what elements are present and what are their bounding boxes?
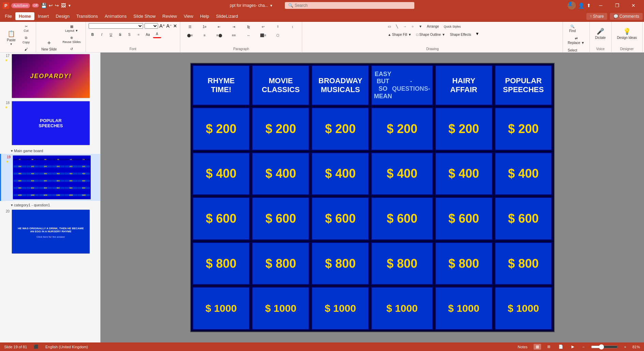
cell-1-1[interactable]: $ 200 <box>192 107 250 151</box>
search-input[interactable] <box>295 3 411 8</box>
save-icon[interactable]: 💾 <box>41 3 47 8</box>
design-ideas-button[interactable]: 💡 Design Ideas <box>614 23 640 44</box>
quick-styles-button[interactable]: Quick Styles <box>442 23 463 30</box>
share-button[interactable]: ↑ Share <box>586 13 607 20</box>
shape-effects-button[interactable]: Shape Effects <box>448 31 473 38</box>
underline-button[interactable]: U <box>107 31 115 38</box>
align-right-button[interactable]: ≡⬤ <box>212 32 226 39</box>
zoom-plus[interactable]: + <box>622 344 628 350</box>
menu-review[interactable]: Review <box>159 12 181 20</box>
italic-button[interactable]: I <box>98 31 106 38</box>
select-button[interactable]: Select <box>566 47 579 53</box>
font-shrink-icon[interactable]: A⁻ <box>166 23 172 29</box>
cell-1-6[interactable]: $ 200 <box>494 107 553 151</box>
bullets-button[interactable]: ☰ <box>183 23 197 30</box>
align-text-button[interactable]: ⬛≡ <box>256 32 270 39</box>
copy-button[interactable]: ⧉Copy <box>19 34 33 45</box>
category-header-5[interactable]: HAIRYAFFAIR <box>435 65 493 106</box>
justify-button[interactable]: ≡≡ <box>227 32 241 39</box>
shadow-button[interactable]: S <box>125 31 134 38</box>
restore-button[interactable]: ❐ <box>609 0 625 11</box>
cell-3-3[interactable]: $ 600 <box>311 197 369 240</box>
numbering-button[interactable]: 1≡ <box>198 23 211 30</box>
line-shape[interactable]: ╲ <box>394 23 400 30</box>
close-button[interactable]: ✕ <box>626 0 641 11</box>
menu-animations[interactable]: Animations <box>101 12 130 20</box>
profile-icon[interactable]: 👤 <box>578 2 585 9</box>
menu-home[interactable]: Home <box>15 12 34 20</box>
minimize-button[interactable]: ─ <box>593 0 609 11</box>
cell-5-2[interactable]: $ 1000 <box>251 287 310 330</box>
font-grow-icon[interactable]: A⁺ <box>159 23 165 29</box>
cell-2-3[interactable]: $ 400 <box>311 152 369 196</box>
smartart-convert-button[interactable]: ⬡ <box>271 32 285 39</box>
slide-item-19[interactable]: 19 ★ RT MC BM EB HA PS 200 200 200 200 2… <box>0 154 100 201</box>
cell-5-6[interactable]: $ 1000 <box>494 287 553 330</box>
menu-design[interactable]: Design <box>52 12 73 20</box>
cell-5-4[interactable]: $ 1000 <box>371 287 433 330</box>
rect-shape[interactable]: ▭ <box>386 23 393 30</box>
arrange-button[interactable]: Arrange <box>425 23 441 30</box>
cell-5-3[interactable]: $ 1000 <box>311 287 369 330</box>
cell-1-2[interactable]: $ 200 <box>251 107 310 151</box>
font-size-select[interactable] <box>144 23 158 29</box>
slide-sorter-button[interactable]: ⊞ <box>545 344 552 350</box>
paste-dropdown[interactable]: ▼ <box>10 43 13 46</box>
rtl-button[interactable]: ↩ <box>256 23 270 30</box>
strikethrough-button[interactable]: S <box>116 31 124 38</box>
category-header-4[interactable]: EASY BUTSO MEAN-QUESTIONS- <box>371 65 433 106</box>
text-spacing-button[interactable]: ≈ <box>135 31 143 38</box>
more-shapes[interactable]: ▼ <box>417 23 424 30</box>
search-bar[interactable]: 🔍 <box>285 2 414 9</box>
line-spacing-button[interactable]: ↕ <box>286 23 299 30</box>
slide-item-20[interactable]: 20 ★ HE WAS ORIGINALLY A DRINK, THEN HE … <box>0 208 100 255</box>
normal-view-button[interactable]: ▦ <box>534 344 541 350</box>
cell-3-2[interactable]: $ 600 <box>251 197 310 240</box>
cell-4-6[interactable]: $ 800 <box>494 242 553 286</box>
title-dropdown[interactable]: ▼ <box>270 4 273 8</box>
cell-2-6[interactable]: $ 400 <box>494 152 553 196</box>
cell-4-3[interactable]: $ 800 <box>311 242 369 286</box>
autosave-toggle[interactable]: Off <box>32 3 39 8</box>
shape-outline-button[interactable]: □ Shape Outline ▼ <box>414 31 447 38</box>
menu-insert[interactable]: Insert <box>34 12 52 20</box>
menu-slidelizard[interactable]: SlideLizard <box>213 12 241 20</box>
cell-2-1[interactable]: $ 400 <box>192 152 250 196</box>
cell-5-5[interactable]: $ 1000 <box>435 287 493 330</box>
category-header-2[interactable]: MOVIECLASSICS <box>251 65 310 106</box>
dropdown-arrow[interactable]: ▼ <box>68 4 71 8</box>
oval-shape[interactable]: ○ <box>409 23 416 30</box>
clear-format-icon[interactable]: ✕ <box>173 23 177 29</box>
slide-item-17[interactable]: 17 ★ JEOPARDY! <box>0 53 100 100</box>
zoom-slider[interactable] <box>591 344 618 350</box>
dictate-button[interactable]: 🎤 Dictate <box>593 23 609 44</box>
cell-3-4[interactable]: $ 600 <box>371 197 433 240</box>
menu-help[interactable]: Help <box>197 12 213 20</box>
arrow-shape[interactable]: → <box>401 23 409 30</box>
cell-2-2[interactable]: $ 400 <box>251 152 310 196</box>
cell-3-1[interactable]: $ 600 <box>192 197 250 240</box>
answer-link-20[interactable]: Click here for the answer <box>36 236 65 238</box>
menu-slideshow[interactable]: Slide Show <box>130 12 159 20</box>
cell-1-4[interactable]: $ 200 <box>371 107 433 151</box>
notes-button[interactable]: Notes <box>516 344 530 350</box>
category-header-6[interactable]: POPULARSPEECHES <box>494 65 553 106</box>
align-center-button[interactable]: ≡ <box>198 32 211 39</box>
shape-fill-button[interactable]: ▲ Shape Fill ▼ <box>386 31 414 38</box>
smart-art-button[interactable]: ⧎ <box>242 23 255 30</box>
cell-3-5[interactable]: $ 600 <box>435 197 493 240</box>
redo-icon[interactable]: ↪ <box>55 3 59 8</box>
cell-4-1[interactable]: $ 800 <box>192 242 250 286</box>
font-color-button[interactable]: A <box>153 31 161 38</box>
align-left-button[interactable]: ⬤≡ <box>183 32 197 39</box>
find-button[interactable]: 🔍 Find <box>566 23 579 34</box>
reset-button[interactable]: ↺Reset <box>61 46 83 53</box>
menu-file[interactable]: File <box>1 12 15 20</box>
slideshow-button[interactable]: ▶ <box>569 344 576 350</box>
paste-button[interactable]: 📋 Paste ▼ <box>4 28 18 48</box>
font-family-select[interactable] <box>89 23 143 29</box>
ribbon-toggle[interactable]: ⬆ <box>587 3 591 8</box>
text-dir-button[interactable]: ↔ <box>242 32 255 39</box>
cell-1-5[interactable]: $ 200 <box>435 107 493 151</box>
cell-4-5[interactable]: $ 800 <box>435 242 493 286</box>
